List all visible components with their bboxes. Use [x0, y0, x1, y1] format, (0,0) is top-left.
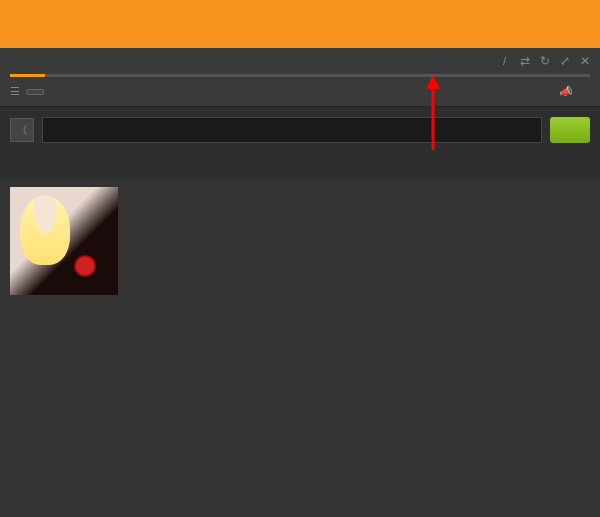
track-list — [128, 179, 600, 517]
progress-bar[interactable] — [10, 74, 590, 77]
megaphone-icon: 📣 — [559, 85, 573, 98]
search-row: 〈 — [0, 107, 600, 153]
player-bar: / ⇄ ↻ ⤢ ✕ — [0, 48, 600, 74]
shuffle-icon[interactable]: ⇄ — [520, 54, 530, 68]
album-art[interactable] — [10, 187, 118, 295]
expand-icon[interactable]: ⤢ — [560, 54, 570, 68]
top-navigation — [0, 0, 600, 48]
actions-row: ☰ 📣 — [0, 81, 600, 107]
category-row — [0, 153, 600, 179]
music-search-input[interactable] — [42, 117, 542, 143]
back-button[interactable]: 〈 — [10, 118, 34, 142]
queue-icon[interactable]: ☰ — [10, 85, 20, 98]
album-column — [0, 179, 128, 517]
find-button[interactable] — [550, 117, 590, 143]
repeat-icon[interactable]: ↻ — [540, 54, 550, 68]
status-link[interactable]: 📣 — [559, 85, 576, 98]
close-icon[interactable]: ✕ — [580, 54, 590, 68]
content-area — [0, 179, 600, 517]
progress-row — [0, 74, 600, 81]
now-playing-button[interactable] — [26, 89, 44, 95]
